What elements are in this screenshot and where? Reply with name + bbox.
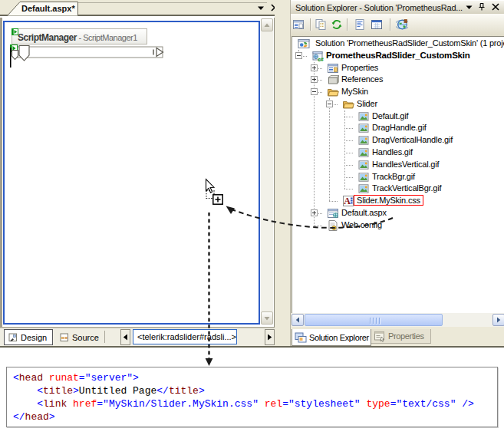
tree-item-label: DragVerticalHandle.gif [372, 135, 453, 144]
tree-item-prometheusradslider-customskin[interactable]: PrometheusRadSlider_CustomSkin [292, 50, 504, 62]
tree-item-draghandle-gif[interactable]: DragHandle.gif [292, 122, 504, 134]
design-view-button[interactable]: Design [4, 329, 53, 345]
tag-nav-forward-icon[interactable] [265, 329, 275, 345]
window-position-chevron-icon[interactable] [463, 0, 475, 14]
tree-item-label: Default.aspx [341, 208, 387, 217]
view-code-button[interactable] [354, 18, 366, 31]
design-view-label: Design [21, 333, 47, 342]
thumb-grip [370, 318, 371, 324]
show-all-files-button[interactable] [315, 18, 327, 31]
tab-label: Default.aspx* [21, 4, 75, 13]
thumb-grip [379, 318, 380, 324]
scriptmanager-control[interactable]: ScriptManager - ScriptManager1 [12, 28, 147, 44]
tree-item-label: Default.gif [372, 111, 408, 120]
close-panel-icon[interactable] [489, 0, 502, 14]
expand-icon[interactable] [311, 209, 318, 216]
tool-window-tabs: Solution ExplorerProperties [291, 327, 504, 346]
solution-explorer-toolbar [291, 14, 504, 36]
tree-item-slider-myskin-css[interactable]: Slider.MySkin.css [292, 195, 504, 207]
tab-label: Properties [388, 331, 424, 341]
tree-item-web-config[interactable]: Web.config [292, 219, 504, 232]
design-surface[interactable]: ScriptManager - ScriptManager1 [0, 18, 275, 328]
tree-horizontal-scrollbar[interactable] [292, 313, 504, 327]
tab-label: Solution Explorer [309, 333, 369, 342]
tree-item-label: DragHandle.gif [372, 123, 427, 132]
tree-item-label: Slider [357, 99, 377, 108]
properties-button[interactable] [292, 18, 305, 31]
code-snippet-box: <head runat="server"> <title>Untitled Pa… [6, 367, 498, 427]
tree-item-handlesvertical-gif[interactable]: HandlesVertical.gif [292, 159, 504, 171]
tag-nav-back-icon[interactable] [120, 329, 130, 345]
scroll-left-icon[interactable] [292, 314, 304, 326]
thumb-grip [373, 318, 374, 324]
scroll-down-icon[interactable] [261, 311, 273, 325]
solution-tree: Solution 'PrometheusRadSlider_CustomSkin… [292, 36, 504, 313]
properties-icon [327, 62, 339, 74]
expand-icon[interactable] [311, 76, 318, 83]
tree-item-trackbgr-gif[interactable]: TrackBgr.gif [292, 171, 504, 183]
tree-item-label: TrackVerticalBgr.gif [372, 183, 441, 193]
solution-explorer-panel: Solution Explorer - Solution 'Prometheus… [290, 0, 504, 346]
tree-item-trackverticalbgr-gif[interactable]: TrackVerticalBgr.gif [292, 183, 504, 195]
bar-separator [104, 331, 105, 343]
tab-list-chevron-icon[interactable] [255, 2, 266, 13]
panel-splitter[interactable] [275, 0, 290, 346]
scriptmanager-label: ScriptManager - ScriptManager1 [18, 32, 137, 43]
image-icon [357, 147, 370, 159]
collapse-icon[interactable] [311, 88, 318, 95]
tab-default-aspx[interactable]: Default.aspx* [7, 2, 78, 16]
editor-vertical-scrollbar[interactable] [261, 18, 273, 325]
auto-hide-pin-icon[interactable] [476, 0, 488, 14]
tree-item-label: Slider.MySkin.css [354, 195, 423, 206]
tree-item-slider[interactable]: Slider [292, 98, 504, 110]
copy-web-site-button[interactable] [396, 18, 408, 31]
source-view-button[interactable]: Source [56, 329, 104, 345]
css-icon [342, 195, 354, 207]
thumb-grip [376, 318, 377, 324]
config-icon [327, 219, 339, 232]
folder-open-icon [327, 86, 339, 98]
designer-view-bar: Design Source <telerik:radslider#radsli.… [0, 328, 275, 346]
tree-item-default-aspx[interactable]: Default.aspx [292, 207, 504, 219]
tag-navigator[interactable]: <telerik:radslider#radsli...> [133, 329, 237, 344]
tree-item-references[interactable]: References [292, 74, 504, 86]
expand-icon[interactable] [311, 64, 318, 71]
scroll-right-icon[interactable] [492, 314, 504, 326]
tag-navigator-label: <telerik:radslider#radsli...> [137, 332, 236, 341]
toolbar-separator [310, 18, 311, 31]
image-icon [357, 110, 370, 123]
scroll-up-icon[interactable] [261, 18, 273, 31]
tree-item-label: Web.config [341, 220, 382, 229]
tree-item-label: HandlesVertical.gif [372, 160, 439, 169]
tree-item-handles-gif[interactable]: Handles.gif [292, 147, 504, 159]
aspx-icon [327, 207, 339, 219]
collapse-icon[interactable] [295, 52, 302, 59]
vs-ide-screenshot: Default.aspx* ScriptManager - ScriptMana… [0, 0, 504, 435]
code-line: <head runat="server"> [13, 371, 497, 384]
scrollbar-thumb[interactable] [305, 314, 443, 326]
radslider-control[interactable] [3, 43, 180, 97]
view-designer-button[interactable] [371, 18, 383, 31]
refresh-button[interactable] [331, 18, 343, 31]
tab-solution-explorer[interactable]: Solution Explorer [292, 329, 371, 346]
code-line: <link href="MySkin/Slider.MySkin.css" re… [13, 397, 497, 410]
tree-item-label: Properties [341, 63, 378, 72]
tab-properties[interactable]: Properties [371, 329, 431, 344]
code-line: <title>Untitled Page</title> [13, 384, 497, 397]
collapse-icon[interactable] [326, 101, 333, 107]
tree-item-label: MySkin [341, 87, 368, 96]
tree-item-myskin[interactable]: MySkin [292, 86, 504, 98]
solution-explorer-title: Solution Explorer - Solution 'Prometheus… [295, 3, 463, 12]
image-icon [357, 122, 370, 134]
code-line: </head> [13, 410, 497, 423]
tree-item-properties[interactable]: Properties [292, 62, 504, 74]
folder-open-icon [342, 98, 354, 110]
image-icon [357, 159, 370, 171]
tree-item-label: Solution 'PrometheusRadSlider_CustomSkin… [315, 38, 504, 48]
tree-item-dragverticalhandle-gif[interactable]: DragVerticalHandle.gif [292, 134, 504, 147]
project-icon [311, 50, 324, 62]
window-bottom-edge [0, 346, 504, 348]
document-tabstrip: Default.aspx* [0, 0, 275, 16]
tree-item-solution-prometheusradslider-customskin-1-proje[interactable]: Solution 'PrometheusRadSlider_CustomSkin… [292, 38, 504, 50]
tree-item-default-gif[interactable]: Default.gif [292, 110, 504, 123]
